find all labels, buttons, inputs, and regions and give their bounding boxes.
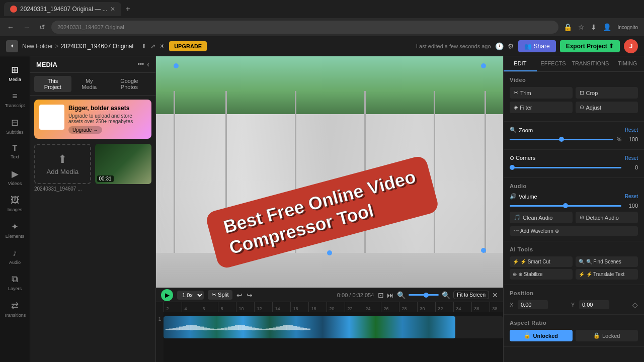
new-tab-button[interactable]: + — [121, 3, 134, 16]
elements-icon: ✦ — [11, 221, 19, 232]
split-button[interactable]: ✂ Split — [208, 290, 232, 300]
redo-button[interactable]: ↪ — [247, 291, 253, 299]
corner-handle-bl[interactable] — [481, 248, 486, 253]
fit-screen-button[interactable]: Fit to Screen — [453, 291, 489, 299]
video-area: Best Free Online VideoCompressor Tool ▶ — [156, 56, 503, 362]
forward-button[interactable]: → — [20, 21, 33, 33]
address-bar[interactable]: 20240331_194607 Original — [51, 21, 558, 34]
undo-button[interactable]: ↩ — [236, 291, 243, 299]
zoom-out-icon[interactable]: 🔍 — [397, 291, 406, 299]
ruler-mark: :26 — [381, 302, 399, 312]
crop-label: Crop — [586, 90, 598, 96]
speed-selector[interactable]: 1.0x 0.5x 1.5x 2.0x — [177, 291, 204, 300]
upload-icon[interactable]: ⬆ — [141, 43, 146, 50]
settings-icon[interactable]: ⚙ — [508, 42, 514, 50]
right-panel: EDIT EFFECTS TRANSITIONS TIMING Video ✂ … — [503, 56, 644, 362]
refresh-button[interactable]: ↺ — [36, 21, 48, 33]
upgrade-banner-button[interactable]: Upgrade → — [68, 126, 102, 134]
sidebar-item-text[interactable]: T Text — [0, 140, 30, 163]
browser-tab[interactable]: 20240331_194607 Original — ... ✕ — [4, 2, 121, 16]
export-button[interactable]: Export Project ⬆ — [560, 40, 620, 52]
app-header: ✦ New Folder > 20240331_194607 Original … — [0, 36, 644, 56]
detach-audio-label: Detach Audio — [586, 215, 619, 221]
corners-range-input[interactable] — [510, 167, 621, 168]
fullscreen-toggle[interactable]: ⊡ — [378, 291, 384, 299]
media-thumbnail[interactable]: 00:31 — [95, 144, 152, 184]
tab-google-photos[interactable]: Google Photos — [107, 76, 151, 92]
position-lock-icon[interactable]: ◇ — [632, 301, 638, 309]
star-icon[interactable]: ☆ — [576, 21, 587, 33]
translate-button[interactable]: ⚡ ⚡ Translate Text — [576, 269, 638, 280]
user-avatar[interactable]: J — [624, 39, 638, 53]
play-button[interactable]: ▶ — [161, 289, 173, 301]
add-waveform-button[interactable]: 〰 Add Waveform ⊕ — [510, 226, 638, 236]
corner-handle-tr[interactable] — [481, 63, 486, 68]
center-handle[interactable] — [327, 250, 332, 255]
zoom-value: 100 — [625, 136, 638, 142]
position-y-field: Y — [571, 300, 628, 309]
sidebar-item-layers[interactable]: ⧉ Layers — [0, 270, 30, 295]
download-icon[interactable]: ⬇ — [589, 21, 599, 33]
video-track[interactable]: ▁▂▃▄▅▆▇█▇▆▅▄▃▂▁▂▃▄▅▆▇█▇▆▅▄▃▂▁▂▃▄▅▆▇█▇▆▅▄… — [164, 316, 503, 338]
y-input[interactable] — [579, 300, 609, 309]
zoom-range-input[interactable] — [510, 139, 613, 140]
sun-icon[interactable]: ☀ — [159, 43, 165, 50]
sidebar-item-subtitles[interactable]: ⊟ Subtitles — [0, 113, 30, 139]
tab-effects[interactable]: EFFECTS — [537, 56, 570, 71]
app-logo: ✦ — [6, 40, 18, 52]
video-clip[interactable]: ▁▂▃▄▅▆▇█▇▆▅▄▃▂▁▂▃▄▅▆▇█▇▆▅▄▃▂▁▂▃▄▅▆▇█▇▆▅▄… — [164, 316, 455, 338]
filter-button[interactable]: ◈ Filter — [510, 102, 573, 113]
sidebar-item-audio[interactable]: ♪ Audio — [0, 244, 30, 269]
clean-audio-button[interactable]: 🎵 Clean Audio — [510, 212, 573, 223]
sidebar-item-transcript[interactable]: ≡ Transcript — [0, 87, 30, 112]
app: ✦ New Folder > 20240331_194607 Original … — [0, 36, 644, 362]
transcript-icon: ≡ — [12, 91, 18, 102]
x-input[interactable] — [518, 300, 548, 309]
address-text: 20240331_194607 Original — [57, 24, 124, 30]
corner-handle-tl[interactable] — [174, 63, 179, 68]
tab-edit[interactable]: EDIT — [504, 56, 537, 71]
panel-collapse-button[interactable]: ‹ — [147, 60, 149, 68]
stabilize-label: ⊕ Stabilize — [518, 272, 543, 277]
adjust-button[interactable]: ⊙ Adjust — [576, 102, 638, 113]
zoom-slider[interactable] — [409, 294, 439, 296]
add-media-button[interactable]: ⬆ Add Media — [34, 144, 91, 184]
extension-icon[interactable]: 🔒 — [561, 21, 574, 33]
trim-button[interactable]: ✂ Trim — [510, 87, 573, 99]
more-icon[interactable]: ••• — [138, 61, 144, 68]
tab-this-project[interactable]: This Project — [34, 76, 71, 92]
crop-button[interactable]: ⊡ Crop — [576, 87, 638, 99]
zoom-in-icon[interactable]: 🔍 — [442, 291, 450, 299]
sidebar-item-media[interactable]: ⊞ Media — [0, 60, 30, 86]
stabilize-button[interactable]: ⊕ ⊕ Stabilize — [510, 269, 573, 280]
breadcrumb-folder[interactable]: New Folder — [22, 43, 53, 50]
unlocked-button[interactable]: 🔓 Unlocked — [510, 330, 573, 341]
video-section: Video ✂ Trim ⊡ Crop ◈ Filter — [504, 72, 644, 122]
zoom-reset-button[interactable]: Reset — [625, 127, 638, 133]
sidebar-item-elements[interactable]: ✦ Elements — [0, 217, 30, 243]
find-scenes-button[interactable]: 🔍 🔍 Find Scenes — [576, 256, 638, 267]
back-button[interactable]: ← — [4, 21, 17, 33]
step-forward-button[interactable]: ⏭ — [387, 291, 394, 299]
adjust-label: Adjust — [586, 105, 602, 111]
profile-icon[interactable]: 👤 — [601, 21, 613, 33]
share-icon[interactable]: ↗ — [150, 43, 155, 50]
tab-close-icon[interactable]: ✕ — [110, 6, 115, 13]
sidebar-item-transitions[interactable]: ⇄ Transitions — [0, 296, 30, 322]
detach-audio-button[interactable]: ⊘ Detach Audio — [576, 212, 638, 223]
close-preview-button[interactable]: ✕ — [492, 291, 498, 299]
upgrade-button[interactable]: UPGRADE — [169, 41, 207, 51]
tab-my-media[interactable]: My Media — [73, 76, 105, 92]
sidebar-item-videos[interactable]: ▶ Videos — [0, 164, 30, 190]
volume-reset-button[interactable]: Reset — [625, 194, 638, 199]
smart-cut-button[interactable]: ⚡ ⚡ Smart Cut — [510, 256, 573, 267]
corners-reset-button[interactable]: Reset — [625, 155, 638, 161]
tab-transitions[interactable]: TRANSITIONS — [570, 56, 611, 71]
tab-timing[interactable]: TIMING — [611, 56, 644, 71]
history-icon[interactable]: 🕐 — [495, 42, 504, 50]
sidebar-item-images[interactable]: 🖼 Images — [0, 191, 30, 216]
breadcrumb-file[interactable]: 20240331_194607 Original — [60, 43, 133, 50]
share-button[interactable]: 👥 Share — [518, 40, 556, 52]
volume-range-input[interactable] — [510, 205, 621, 207]
locked-button[interactable]: 🔒 Locked — [576, 330, 638, 341]
